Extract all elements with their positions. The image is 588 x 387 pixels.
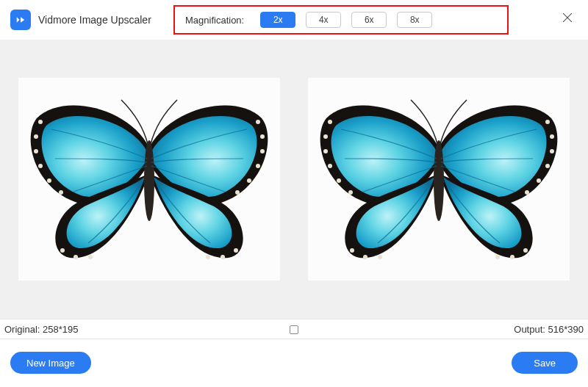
output-dimensions: Output: 516*390 (514, 324, 584, 335)
status-bar: Original: 258*195 Output: 516*390 (0, 319, 588, 339)
magnification-label: Magnification: (185, 15, 244, 26)
output-image-panel (308, 78, 570, 281)
original-label: Original (4, 324, 37, 335)
magnification-group: Magnification: 2x 4x 6x 8x (173, 5, 509, 35)
svg-point-7 (38, 164, 43, 168)
svg-point-30 (363, 255, 368, 259)
svg-point-26 (328, 164, 332, 168)
svg-point-31 (378, 255, 382, 259)
original-dims-value: 258*195 (43, 324, 78, 335)
magnification-option-4x[interactable]: 4x (306, 12, 341, 28)
svg-point-15 (260, 149, 265, 153)
output-dims-value: 516*390 (548, 324, 584, 335)
svg-point-33 (550, 134, 554, 139)
svg-point-12 (88, 255, 93, 259)
svg-point-19 (234, 248, 238, 253)
magnification-option-6x[interactable]: 6x (351, 12, 387, 28)
workspace (0, 40, 588, 319)
output-image (308, 78, 570, 281)
svg-point-29 (350, 248, 354, 253)
footer: New Image Save (0, 339, 588, 386)
close-icon[interactable] (560, 10, 575, 25)
magnification-option-8x[interactable]: 8x (397, 12, 432, 28)
svg-point-23 (328, 120, 332, 124)
svg-point-14 (260, 134, 265, 139)
app-logo (10, 10, 31, 30)
original-image (18, 78, 280, 281)
new-image-button[interactable]: New Image (10, 352, 91, 374)
svg-point-9 (59, 190, 63, 195)
svg-point-28 (348, 190, 353, 195)
svg-point-20 (220, 255, 225, 259)
svg-point-34 (550, 149, 554, 153)
output-label: Output (514, 324, 542, 335)
svg-point-37 (525, 190, 529, 195)
svg-point-25 (323, 149, 328, 153)
svg-point-11 (74, 255, 78, 259)
svg-point-38 (523, 248, 528, 253)
save-button[interactable]: Save (512, 352, 578, 374)
svg-point-32 (545, 120, 550, 124)
original-dimensions: Original: 258*195 (4, 324, 78, 335)
svg-point-35 (545, 164, 550, 168)
svg-point-21 (206, 255, 210, 259)
svg-point-5 (34, 134, 38, 139)
svg-point-40 (495, 255, 500, 259)
svg-point-10 (60, 248, 65, 253)
original-image-panel (18, 78, 280, 281)
svg-point-36 (537, 178, 541, 183)
svg-point-6 (34, 149, 38, 153)
svg-point-16 (256, 164, 260, 168)
svg-point-18 (235, 190, 240, 195)
svg-point-24 (323, 134, 328, 139)
svg-point-4 (38, 120, 43, 124)
svg-point-17 (247, 178, 251, 183)
magnification-option-2x[interactable]: 2x (260, 12, 295, 28)
svg-point-3 (144, 140, 154, 221)
svg-point-39 (510, 255, 514, 259)
svg-point-13 (256, 120, 260, 124)
svg-point-27 (337, 178, 341, 183)
compare-toggle-icon[interactable] (290, 325, 298, 334)
svg-point-8 (47, 178, 51, 183)
header: Vidmore Image Upscaler Magnification: 2x… (0, 0, 588, 40)
svg-point-22 (434, 140, 444, 221)
app-title: Vidmore Image Upscaler (38, 14, 151, 26)
